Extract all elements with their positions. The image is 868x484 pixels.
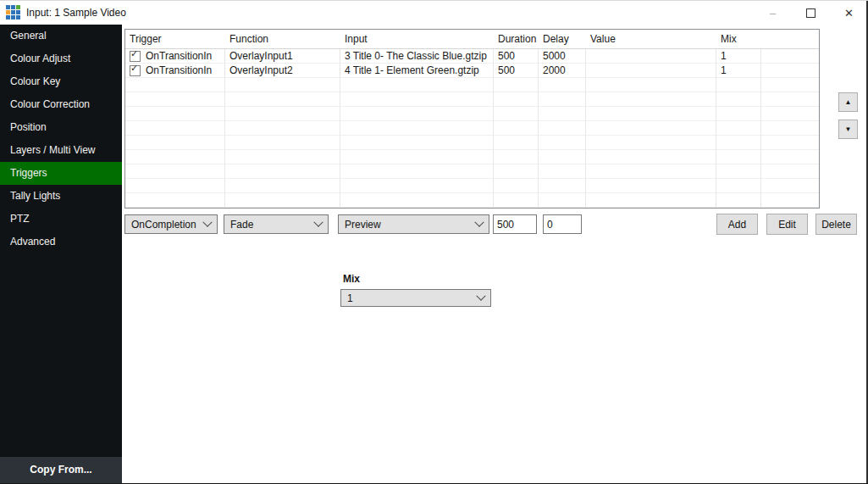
table-cell [761, 78, 819, 92]
function-select[interactable]: Fade [224, 214, 329, 234]
table-row[interactable] [125, 121, 819, 136]
table-cell [225, 121, 340, 136]
table-cell [716, 193, 761, 208]
table-row[interactable] [125, 179, 819, 193]
table-cell [340, 164, 494, 179]
sidebar-item-tally-lights[interactable]: Tally Lights [0, 185, 122, 208]
table-cell [494, 150, 539, 164]
input-select[interactable]: Preview [338, 214, 489, 234]
column-header-mix[interactable]: Mix [716, 30, 761, 48]
mix-select[interactable]: 1 [340, 289, 491, 307]
table-row[interactable] [125, 164, 819, 179]
column-header-delay[interactable]: Delay [539, 30, 586, 48]
chevron-down-icon [202, 217, 212, 226]
edit-button[interactable]: Edit [766, 214, 808, 235]
move-up-button[interactable]: ▲ [838, 92, 858, 112]
row-checkbox[interactable]: ✓ [130, 65, 141, 76]
sidebar-item-layers-multi-view[interactable]: Layers / Multi View [0, 139, 122, 162]
table-cell [494, 193, 539, 208]
table-cell [761, 64, 819, 78]
table-cell [125, 92, 225, 107]
table-cell [340, 179, 494, 193]
sidebar-item-position[interactable]: Position [0, 116, 122, 139]
table-row[interactable] [125, 78, 819, 92]
input-select-value: Preview [345, 219, 476, 231]
table-cell [761, 92, 819, 107]
sidebar-item-colour-adjust[interactable]: Colour Adjust [0, 47, 122, 70]
column-header-value[interactable]: Value [586, 30, 716, 48]
minimize-button[interactable]: – [754, 1, 792, 25]
table-cell [761, 107, 819, 121]
sidebar-item-triggers[interactable]: Triggers [0, 162, 122, 185]
table-cell [125, 193, 225, 208]
input-settings-window: Input: 1 Sample Video – ✕ GeneralColour … [0, 0, 868, 484]
table-cell [586, 164, 716, 179]
column-header-function[interactable]: Function [225, 30, 340, 48]
table-row[interactable]: ✓OnTransitionInOverlayInput24 Title 1- E… [125, 64, 819, 78]
add-button[interactable]: Add [716, 214, 758, 235]
table-cell [125, 121, 225, 136]
column-header-duration[interactable]: Duration [494, 30, 539, 48]
delay-input[interactable] [543, 214, 582, 234]
table-cell [340, 136, 494, 150]
table-cell [586, 92, 716, 107]
column-header-input[interactable]: Input [340, 30, 494, 48]
close-icon: ✕ [844, 7, 854, 19]
table-cell [586, 150, 716, 164]
table-cell [716, 179, 761, 193]
table-cell [225, 179, 340, 193]
table-cell: 4 Title 1- Element Green.gtzip [340, 64, 494, 78]
close-button[interactable]: ✕ [830, 1, 868, 25]
maximize-button[interactable] [792, 1, 830, 25]
table-header: TriggerFunctionInputDurationDelayValueMi… [125, 30, 819, 49]
move-down-button[interactable]: ▼ [838, 120, 858, 139]
trigger-select[interactable]: OnCompletion [124, 214, 218, 234]
sidebar-item-advanced[interactable]: Advanced [0, 231, 122, 253]
column-header-trigger[interactable]: Trigger [125, 30, 225, 48]
row-checkbox[interactable]: ✓ [130, 51, 141, 62]
table-row[interactable] [125, 150, 819, 164]
table-cell [586, 179, 716, 193]
table-row[interactable] [125, 136, 819, 150]
table-cell: 2000 [539, 64, 586, 78]
table-cell [225, 150, 340, 164]
table-row[interactable] [125, 92, 819, 107]
up-arrow-icon: ▲ [845, 98, 852, 106]
table-cell [494, 107, 539, 121]
table-cell [586, 193, 716, 208]
sidebar-item-colour-correction[interactable]: Colour Correction [0, 93, 122, 116]
table-row[interactable] [125, 193, 819, 208]
table-cell [125, 179, 225, 193]
column-header-blank[interactable] [761, 30, 819, 48]
table-cell [761, 150, 819, 164]
table-cell [340, 193, 494, 208]
table-cell [539, 136, 586, 150]
table-cell [494, 78, 539, 92]
table-row[interactable] [125, 107, 819, 121]
duration-input[interactable] [493, 214, 537, 234]
table-cell [761, 121, 819, 136]
sidebar-item-ptz[interactable]: PTZ [0, 208, 122, 231]
table-cell: OverlayInput1 [225, 49, 340, 64]
table-cell [225, 107, 340, 121]
delete-button[interactable]: Delete [815, 214, 857, 235]
table-cell [539, 92, 586, 107]
icon-square [16, 15, 20, 19]
copy-from-button[interactable]: Copy From... [0, 457, 122, 483]
table-cell [761, 136, 819, 150]
sidebar-item-colour-key[interactable]: Colour Key [0, 70, 122, 93]
maximize-icon [806, 8, 815, 18]
down-arrow-icon: ▼ [845, 125, 852, 133]
table-row[interactable]: ✓OnTransitionInOverlayInput13 Title 0- T… [125, 49, 819, 64]
sidebar-item-general[interactable]: General [0, 25, 122, 47]
check-icon: ✓ [130, 64, 138, 73]
table-cell [494, 92, 539, 107]
table-cell: 3 Title 0- The Classic Blue.gtzip [340, 49, 494, 64]
icon-square [6, 15, 10, 19]
table-cell [539, 78, 586, 92]
table-cell [716, 150, 761, 164]
table-cell [716, 107, 761, 121]
table-cell [125, 78, 225, 92]
sidebar-nav: GeneralColour AdjustColour KeyColour Cor… [0, 25, 122, 253]
table-cell [225, 193, 340, 208]
